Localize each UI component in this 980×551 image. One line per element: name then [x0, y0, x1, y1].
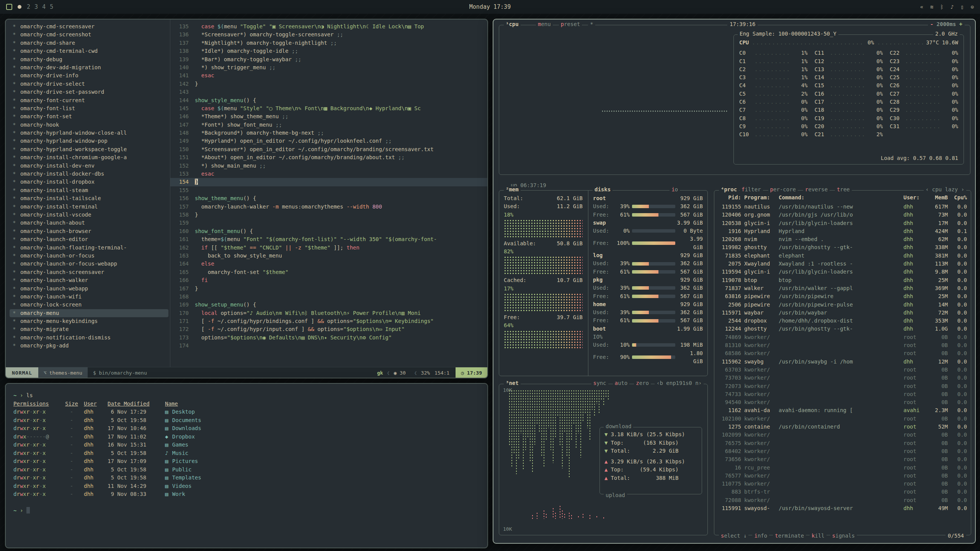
code-line[interactable]: 163 back_to show_style_menu	[170, 252, 487, 260]
process-row[interactable]: 68402kworker/root0B0.0	[718, 447, 967, 455]
file-list-item[interactable]: *omarchy-migrate	[10, 325, 168, 333]
mem-panel-title[interactable]: ²mem	[504, 186, 521, 192]
net-control-sync[interactable]: sync	[591, 380, 608, 386]
proc-header[interactable]: Program:	[744, 194, 776, 202]
file-list-item[interactable]: *omarchy-install-dropbox	[10, 178, 168, 186]
file-list-item[interactable]: *omarchy-debug	[10, 55, 168, 64]
code-line[interactable]: 169show_setup_menu() {	[170, 301, 487, 309]
proc-header[interactable]: Cpu%	[951, 194, 967, 202]
file-list-item[interactable]: *omarchy-hyprland-window-pop	[10, 137, 168, 145]
cpu-control-preset[interactable]: preset	[559, 21, 582, 27]
process-row[interactable]: 2075XwaylandXwayland :1 -rootless -dhh11…	[718, 260, 967, 268]
process-row[interactable]: 119078btopbtopdhh25M0.0	[718, 276, 967, 284]
code-editor[interactable]: 135 case $(menu "Toggle" "▣ Screensaver\…	[170, 20, 487, 367]
omarchy-logo-icon[interactable]	[6, 4, 12, 10]
process-row[interactable]: 63703kworker/root0B0.0	[718, 366, 967, 374]
code-line[interactable]: 167}	[170, 285, 487, 293]
workspace-5[interactable]: 5	[50, 3, 53, 10]
process-row[interactable]: 2506pipewire/usr/bin/pipewire-pulsedhh14…	[718, 301, 967, 309]
cpu-control-menu[interactable]: menu	[536, 21, 553, 27]
file-list-item[interactable]: *omarchy-install-dev-env	[10, 162, 168, 170]
file-list-item[interactable]: *omarchy-cmd-screenshot	[10, 31, 168, 39]
process-row[interactable]: 120268nvimnvim --embed .dhh62M0.0	[718, 235, 967, 243]
code-line[interactable]: 141 esac	[170, 72, 487, 80]
file-list-item[interactable]: *omarchy-install-tailscale	[10, 194, 168, 202]
code-line[interactable]: 140 *) show_trigger_menu ;;	[170, 64, 487, 72]
code-line[interactable]: 168	[170, 293, 487, 301]
code-line[interactable]: 156show_theme_menu() {	[170, 194, 487, 202]
process-row[interactable]: 1916HyprlandHyprlanddhh424M0.1	[718, 227, 967, 235]
file-list-item[interactable]: *omarchy-font-current	[10, 96, 168, 104]
code-line[interactable]: 154}	[170, 178, 487, 186]
code-line[interactable]: 148 *Background*) omarchy-theme-bg-next …	[170, 129, 487, 137]
process-row[interactable]: 73656kworker/root0B0.0	[718, 455, 967, 463]
workspace-3[interactable]: 3	[34, 3, 41, 10]
process-row[interactable]: 115962swaybg/usr/bin/swaybg -i /homdhh12…	[718, 358, 967, 366]
file-list-item[interactable]: *omarchy-menu	[10, 309, 168, 317]
code-line[interactable]: 146 *Theme*) show_theme_menu ;;	[170, 112, 487, 121]
code-line[interactable]: 147 *Font*) show_font_menu ;;	[170, 121, 487, 129]
process-row[interactable]: 120538glycin-i/usr/lib/glycin-loadersdhh…	[718, 219, 967, 227]
file-list-item[interactable]: *omarchy-cmd-share	[10, 39, 168, 47]
code-line[interactable]: 172 [ -f ~/.config/hypr/input.conf ] && …	[170, 325, 487, 333]
code-line[interactable]: 161 theme=$(menu "Font" "$(omarchy-font-…	[170, 235, 487, 243]
net-panel-title[interactable]: ³net	[504, 380, 521, 386]
interval-decrease-icon[interactable]: -	[930, 21, 933, 27]
file-list-item[interactable]: *omarchy-drive-select	[10, 80, 168, 88]
code-line[interactable]: 144show_style_menu() {	[170, 96, 487, 104]
file-list-item[interactable]: *omarchy-lock-screen	[10, 301, 168, 309]
process-row[interactable]: 115991swayosd-/usr/bin/swayosd-serverdhh…	[718, 504, 967, 512]
file-list-item[interactable]: *omarchy-launch-browser	[10, 227, 168, 235]
process-row[interactable]: 74733kworker/root0B0.0	[718, 390, 967, 398]
code-line[interactable]: 170 local options="♪ Audio\n≋ Wifi\nᛒ Bl…	[170, 309, 487, 317]
proc-action-select[interactable]: select ↓	[719, 533, 748, 539]
file-list-item[interactable]: *omarchy-install-steam	[10, 186, 168, 194]
git-branch[interactable]: ⌥themes-menu	[38, 367, 88, 378]
file-list-item[interactable]: *omarchy-install-vscode	[10, 211, 168, 219]
process-row[interactable]: 12244ghostty/usr/bin/ghostty --gtk-dhh1.…	[718, 325, 967, 333]
process-row[interactable]: 76577kworker/root0B0.0	[718, 472, 967, 480]
file-list-item[interactable]: *omarchy-drive-info	[10, 72, 168, 80]
code-line[interactable]: 155	[170, 186, 487, 194]
process-row[interactable]: 120406org.gnom/usr/bin/gjs /usr/lib/odhh…	[718, 211, 967, 219]
file-list-item[interactable]: *omarchy-launch-floating-terminal-	[10, 244, 168, 252]
process-row[interactable]: 72073kworker/root0B0.0	[718, 382, 967, 390]
file-list-item[interactable]: *omarchy-cmd-screensaver	[10, 23, 168, 31]
process-row[interactable]: 72088kworker/root0B0.0	[718, 496, 967, 504]
file-list-item[interactable]: *omarchy-launch-webapp	[10, 285, 168, 293]
interval-increase-icon[interactable]: +	[959, 21, 962, 27]
code-line[interactable]: 152 *) show_main_menu ;;	[170, 162, 487, 170]
tray-expand-icon[interactable]: «	[920, 4, 923, 10]
process-row[interactable]: 16rcu_preeroot0B0.0	[718, 464, 967, 472]
proc-control-per-core[interactable]: per-core	[768, 186, 798, 192]
net-control-auto[interactable]: auto	[613, 380, 630, 386]
file-list-item[interactable]: *omarchy-install-chromium-google-a	[10, 153, 168, 161]
file-list-item[interactable]: *omarchy-notification-dismiss	[10, 334, 168, 342]
code-line[interactable]: 174	[170, 342, 487, 350]
network-icon[interactable]: ≋	[930, 4, 933, 10]
proc-control-tree[interactable]: tree	[835, 186, 852, 192]
process-row[interactable]: 119594glycin-i/usr/lib/glycin-loadersdhh…	[718, 268, 967, 276]
file-list-item[interactable]: *omarchy-launch-wifi	[10, 293, 168, 301]
proc-header[interactable]: User:	[903, 194, 923, 202]
file-list-item[interactable]: *omarchy-font-set	[10, 112, 168, 121]
code-line[interactable]: 139 *Bar*) omarchy-toggle-waybar ;;	[170, 55, 487, 64]
process-row[interactable]: 883btrfs-trroot0B0.0	[718, 488, 967, 496]
process-row[interactable]: 74869kworker/root0B0.0	[718, 333, 967, 341]
file-list-item[interactable]: *omarchy-drive-set-password	[10, 88, 168, 96]
file-list-item[interactable]: *omarchy-launch-or-focus-webapp	[10, 260, 168, 268]
proc-header[interactable]: Pid:	[718, 194, 741, 202]
net-control-zero[interactable]: zero	[634, 380, 651, 386]
proc-action-info[interactable]: info	[752, 533, 769, 539]
code-line[interactable]: 158}	[170, 211, 487, 219]
file-list-item[interactable]: *omarchy-hook	[10, 121, 168, 129]
code-line[interactable]: 166 fi	[170, 276, 487, 284]
file-list-item[interactable]: *omarchy-hyprland-window-close-all	[10, 129, 168, 137]
proc-sort-selector[interactable]: ‹ cpu lazy ›	[924, 186, 966, 192]
process-row[interactable]: 68586kworker/root0B0.0	[718, 349, 967, 357]
file-list-item[interactable]: *omarchy-hyprland-workspace-toggle	[10, 145, 168, 153]
file-list-item[interactable]: *omarchy-launch-screensaver	[10, 268, 168, 276]
file-list-item[interactable]: *omarchy-launch-walker	[10, 276, 168, 284]
volume-icon[interactable]: ♪	[951, 4, 954, 10]
process-row[interactable]: 115971waybar/usr/bin/waybardhh72M0.0	[718, 309, 967, 317]
